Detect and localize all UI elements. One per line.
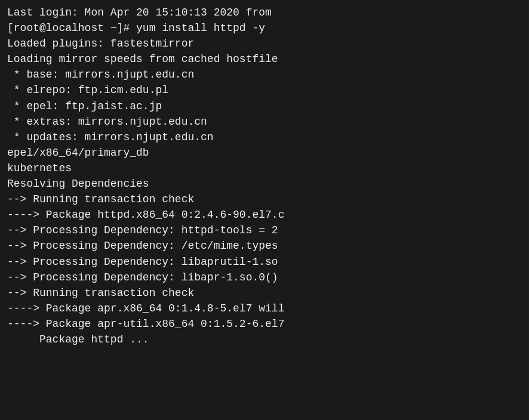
terminal-line: --> Running transaction check (7, 285, 522, 301)
terminal-line: Resolving Dependencies (7, 176, 522, 192)
terminal-line: --> Running transaction check (7, 192, 522, 207)
terminal-line: * epel: ftp.jaist.ac.jp (7, 98, 522, 114)
terminal-line: ----> Package apr-util.x86_64 0:1.5.2-6.… (7, 316, 522, 332)
terminal-line: epel/x86_64/primary_db (7, 145, 522, 160)
terminal-line: Loading mirror speeds from cached hostfi… (7, 51, 522, 67)
terminal-line: ----> Package apr.x86_64 0:1.4.8-5.el7 w… (7, 301, 522, 316)
terminal-line: * elrepo: ftp.icm.edu.pl (7, 82, 522, 98)
terminal-line: [root@localhost ~]# yum install httpd -y (7, 20, 522, 36)
terminal-line: * base: mirrors.njupt.edu.cn (7, 67, 522, 82)
terminal-line: ----> Package httpd.x86_64 0:2.4.6-90.el… (7, 207, 522, 223)
terminal-line: --> Processing Dependency: httpd-tools =… (7, 223, 522, 238)
terminal-line: --> Processing Dependency: /etc/mime.typ… (7, 238, 522, 254)
terminal-line: Package httpd ... (7, 332, 522, 347)
terminal-line: --> Processing Dependency: libaprutil-1.… (7, 254, 522, 270)
terminal-window: Last login: Mon Apr 20 15:10:13 2020 fro… (0, 0, 529, 420)
terminal-line: * extras: mirrors.njupt.edu.cn (7, 114, 522, 129)
terminal-line: kubernetes (7, 160, 522, 176)
terminal-line: Last login: Mon Apr 20 15:10:13 2020 fro… (7, 5, 522, 20)
terminal-line: * updates: mirrors.njupt.edu.cn (7, 129, 522, 145)
terminal-line: --> Processing Dependency: libapr-1.so.0… (7, 270, 522, 285)
terminal-line: Loaded plugins: fastestmirror (7, 36, 522, 51)
